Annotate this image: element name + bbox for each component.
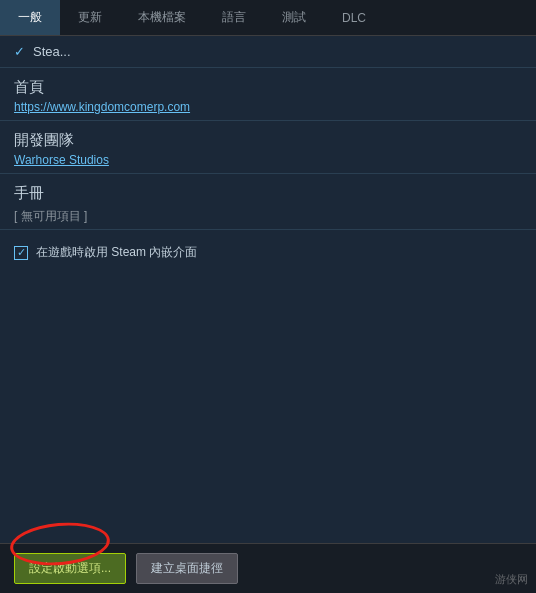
game-check-icon: ✓ [14, 44, 25, 59]
homepage-section: 首頁 https://www.kingdomcomerp.com [0, 68, 536, 121]
developer-title: 開發團隊 [14, 131, 522, 150]
tab-dlc[interactable]: DLC [324, 0, 384, 35]
game-item-row: ✓ Stea... [0, 36, 536, 68]
watermark: 游侠网 [495, 572, 528, 587]
desktop-shortcut-button[interactable]: 建立桌面捷徑 [136, 553, 238, 584]
launch-options-button[interactable]: 設定啟動選項... [14, 553, 126, 584]
overlay-checkbox[interactable]: ✓ [14, 246, 28, 260]
overlay-label: 在遊戲時啟用 Steam 內嵌介面 [36, 244, 197, 261]
homepage-link[interactable]: https://www.kingdomcomerp.com [14, 100, 522, 114]
homepage-title: 首頁 [14, 78, 522, 97]
content-area: ✓ Stea... 首頁 https://www.kingdomcomerp.c… [0, 36, 536, 543]
manual-section: 手冊 [ 無可用項目 ] [0, 174, 536, 230]
tab-local-files[interactable]: 本機檔案 [120, 0, 204, 35]
tab-updates[interactable]: 更新 [60, 0, 120, 35]
bottom-bar: 設定啟動選項... 建立桌面捷徑 [0, 543, 536, 593]
overlay-check-icon: ✓ [17, 247, 26, 258]
developer-name[interactable]: Warhorse Studios [14, 153, 522, 167]
tab-test[interactable]: 測試 [264, 0, 324, 35]
manual-title: 手冊 [14, 184, 522, 203]
overlay-row[interactable]: ✓ 在遊戲時啟用 Steam 內嵌介面 [0, 230, 536, 275]
tab-general[interactable]: 一般 [0, 0, 60, 35]
developer-section: 開發團隊 Warhorse Studios [0, 121, 536, 174]
manual-subtitle: [ 無可用項目 ] [14, 209, 87, 223]
tab-language[interactable]: 語言 [204, 0, 264, 35]
tab-bar: 一般 更新 本機檔案 語言 測試 DLC [0, 0, 536, 36]
game-item-label: Stea... [33, 44, 71, 59]
